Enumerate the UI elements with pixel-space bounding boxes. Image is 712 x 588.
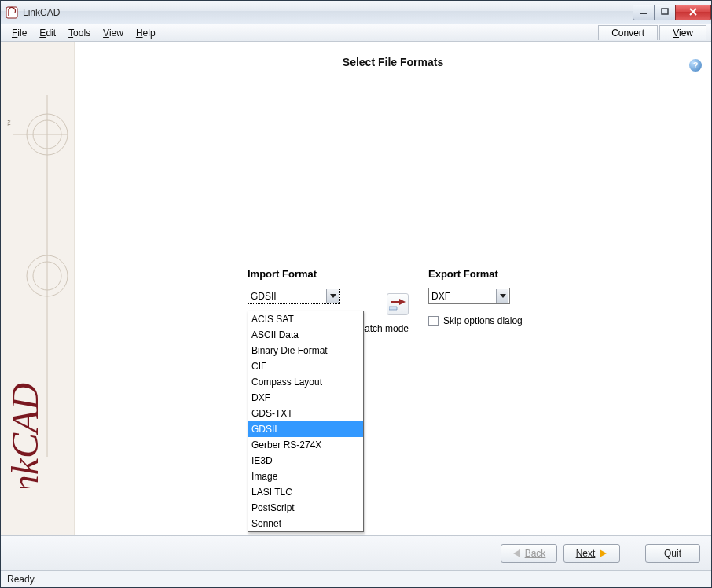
product-logo-sidebar: linkCAD ™ [1,42,75,535]
skip-options-row: Skip options dialog [428,315,570,326]
svg-marker-19 [513,549,520,557]
import-option[interactable]: Image [248,469,363,484]
import-option[interactable]: GDS-TXT [248,406,363,421]
import-option[interactable]: GDSII [248,421,363,437]
back-arrow-icon [512,549,520,557]
svg-marker-15 [389,307,397,310]
next-arrow-icon [600,549,607,557]
import-option[interactable]: IE3D [248,453,363,469]
import-option[interactable]: DXF [248,390,363,406]
svg-text:linkCAD: linkCAD [5,383,46,488]
mode-convert-label: Convert [611,28,644,39]
mode-view-label: View [673,28,693,39]
wizard-navbar: Back Next Quit [1,535,711,570]
import-option[interactable]: Sonnet [248,516,363,531]
svg-marker-20 [600,549,607,557]
svg-rect-2 [662,9,668,14]
window-controls [633,5,711,20]
svg-marker-14 [330,294,336,298]
import-option[interactable]: PostScript [248,500,363,516]
mode-convert-button[interactable]: Convert [598,25,658,40]
menubar: FileEditToolsViewHelp Convert View [1,24,711,42]
maximize-button[interactable] [654,5,676,20]
import-option[interactable]: LASI TLC [248,484,363,500]
export-format-value: DXF [431,291,450,302]
import-label: Import Format [248,268,367,280]
batch-mode-label: Batch mode [358,323,409,334]
skip-options-label: Skip options dialog [443,315,523,326]
export-column: Export Format DXF Skip options dialog [428,268,570,326]
window-title: LinkCAD [23,7,60,18]
close-button[interactable] [675,5,711,20]
status-text: Ready. [7,574,36,585]
next-button[interactable]: Next [563,544,620,563]
help-icon[interactable]: ? [689,59,702,72]
svg-rect-0 [6,7,17,18]
import-option[interactable]: Binary Die Format [248,343,363,358]
import-format-value: GDSII [251,291,277,302]
import-column: Import Format GDSII ACIS SATASCII DataBi… [248,268,367,304]
app-icon [6,6,18,19]
import-option[interactable]: ACIS SAT [248,311,363,327]
page-title: Select File Formats [89,56,697,68]
client-area: linkCAD ™ Select File Formats ? Import F… [1,42,711,535]
import-option[interactable]: Compass Layout [248,374,363,390]
quit-button[interactable]: Quit [645,544,700,563]
menu-edit[interactable]: Edit [33,26,62,40]
back-label: Back [525,548,546,559]
import-combo-button[interactable] [326,289,339,303]
import-option[interactable]: Gerber RS-274X [248,437,363,453]
mode-view-button[interactable]: View [659,25,706,40]
export-format-combo[interactable]: DXF [428,288,510,304]
statusbar: Ready. [1,570,711,587]
next-label: Next [576,548,596,559]
format-form: Import Format GDSII ACIS SATASCII DataBi… [248,268,695,334]
main-panel: Select File Formats ? Import Format GDSI… [75,42,711,535]
svg-marker-18 [500,294,506,298]
titlebar: LinkCAD [1,1,711,24]
import-option[interactable]: CIF [248,358,363,374]
svg-text:™: ™ [6,119,14,127]
convert-arrow-icon [387,293,409,315]
svg-marker-17 [399,299,406,305]
import-format-combo[interactable]: GDSII [248,288,340,304]
skip-options-checkbox[interactable] [428,316,439,326]
back-button[interactable]: Back [501,544,557,563]
import-format-dropdown[interactable]: ACIS SATASCII DataBinary Die FormatCIFCo… [248,311,364,532]
menu-view[interactable]: View [97,26,130,40]
minimize-button[interactable] [633,5,655,20]
export-label: Export Format [428,268,570,280]
arrow-column: Batch mode [367,268,428,334]
menu-file[interactable]: File [6,26,33,40]
quit-label: Quit [664,548,681,559]
import-option[interactable]: ASCII Data [248,327,363,343]
menu-tools[interactable]: Tools [62,26,97,40]
menu-help[interactable]: Help [130,26,162,40]
export-combo-button[interactable] [496,289,508,303]
